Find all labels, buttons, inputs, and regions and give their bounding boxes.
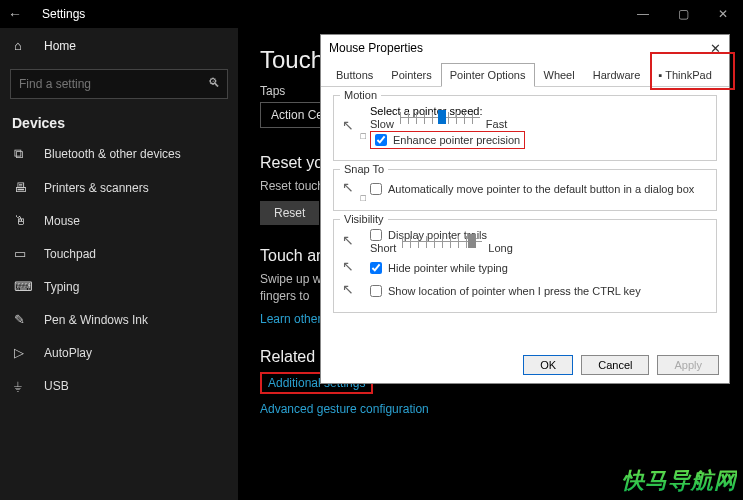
- snapto-group: Snap To Automatically move pointer to th…: [333, 169, 717, 211]
- sidebar-section-devices: Devices: [0, 105, 238, 137]
- trails-slider[interactable]: Short Long: [370, 241, 708, 255]
- dialog-title: Mouse Properties: [329, 41, 423, 56]
- sidebar-item-label: Bluetooth & other devices: [44, 147, 181, 161]
- reset-button[interactable]: Reset: [260, 201, 319, 225]
- settings-sidebar: ⌂ Home 🔍︎ Devices ⧉Bluetooth & other dev…: [0, 28, 238, 500]
- keyboard-icon: ⌨: [14, 279, 34, 294]
- back-button[interactable]: ←: [0, 6, 30, 22]
- usb-icon: ⏚: [14, 378, 34, 393]
- sidebar-item-label: USB: [44, 379, 69, 393]
- long-label: Long: [488, 242, 512, 254]
- tab-buttons[interactable]: Buttons: [327, 63, 382, 87]
- hide-typing-checkbox[interactable]: Hide pointer while typing: [370, 262, 508, 274]
- touchpad-icon: ▭: [14, 246, 34, 261]
- sidebar-home[interactable]: ⌂ Home: [0, 28, 238, 63]
- sidebar-item-bluetooth[interactable]: ⧉Bluetooth & other devices: [0, 137, 238, 171]
- sidebar-item-usb[interactable]: ⏚USB: [0, 369, 238, 402]
- sidebar-item-label: Mouse: [44, 214, 80, 228]
- dialog-tabs: Buttons Pointers Pointer Options Wheel H…: [321, 62, 729, 87]
- sidebar-item-mouse[interactable]: 🖱Mouse: [0, 204, 238, 237]
- bluetooth-icon: ⧉: [14, 146, 34, 162]
- pointer-speed-slider[interactable]: Slow Fast: [370, 117, 708, 131]
- ctrl-cursor-icon: [342, 281, 362, 301]
- ok-button[interactable]: OK: [523, 355, 573, 375]
- short-label: Short: [370, 242, 396, 254]
- minimize-button[interactable]: —: [623, 7, 663, 21]
- advanced-gesture-link[interactable]: Advanced gesture configuration: [260, 402, 721, 416]
- motion-title: Motion: [340, 89, 381, 101]
- sidebar-item-label: AutoPlay: [44, 346, 92, 360]
- sidebar-item-label: Touchpad: [44, 247, 96, 261]
- enhance-precision-checkbox[interactable]: Enhance pointer precision: [375, 134, 520, 146]
- sidebar-item-autoplay[interactable]: ▷AutoPlay: [0, 336, 238, 369]
- motion-cursor-icon: [342, 117, 362, 137]
- dialog-close-icon[interactable]: ✕: [710, 41, 721, 56]
- ctrl-checkbox[interactable]: Show location of pointer when I press th…: [370, 285, 641, 297]
- snapto-cursor-icon: [342, 179, 362, 199]
- search-input[interactable]: [10, 69, 228, 99]
- tab-thinkpad[interactable]: ▪ThinkPad: [649, 63, 720, 87]
- sidebar-item-label: Printers & scanners: [44, 181, 149, 195]
- snapto-checkbox[interactable]: Automatically move pointer to the defaul…: [370, 183, 708, 195]
- tab-wheel[interactable]: Wheel: [535, 63, 584, 87]
- pen-icon: ✎: [14, 312, 34, 327]
- sidebar-search[interactable]: 🔍︎: [10, 69, 228, 99]
- window-titlebar: ← Settings — ▢ ✕: [0, 0, 743, 28]
- visibility-title: Visibility: [340, 213, 388, 225]
- motion-group: Motion Select a pointer speed: Slow Fast…: [333, 95, 717, 161]
- slow-label: Slow: [370, 118, 394, 130]
- window-title: Settings: [42, 7, 85, 21]
- snapto-title: Snap To: [340, 163, 388, 175]
- mouse-properties-dialog: Mouse Properties ✕ Buttons Pointers Poin…: [320, 34, 730, 384]
- thinkpad-icon: ▪: [658, 69, 662, 81]
- sidebar-item-typing[interactable]: ⌨Typing: [0, 270, 238, 303]
- home-icon: ⌂: [14, 38, 34, 53]
- watermark: 快马导航网: [622, 466, 737, 496]
- sidebar-item-label: Pen & Windows Ink: [44, 313, 148, 327]
- sidebar-item-printers[interactable]: 🖶Printers & scanners: [0, 171, 238, 204]
- autoplay-icon: ▷: [14, 345, 34, 360]
- hide-cursor-icon: [342, 258, 362, 278]
- sidebar-home-label: Home: [44, 39, 76, 53]
- close-button[interactable]: ✕: [703, 7, 743, 21]
- tab-hardware[interactable]: Hardware: [584, 63, 650, 87]
- trails-cursor-icon: [342, 232, 362, 252]
- tab-pointers[interactable]: Pointers: [382, 63, 440, 87]
- sidebar-item-pen[interactable]: ✎Pen & Windows Ink: [0, 303, 238, 336]
- tab-pointer-options[interactable]: Pointer Options: [441, 63, 535, 87]
- visibility-group: Visibility Display pointer trails Short …: [333, 219, 717, 313]
- mouse-icon: 🖱: [14, 213, 34, 228]
- printer-icon: 🖶: [14, 180, 34, 195]
- apply-button[interactable]: Apply: [657, 355, 719, 375]
- sidebar-item-touchpad[interactable]: ▭Touchpad: [0, 237, 238, 270]
- fast-label: Fast: [486, 118, 507, 130]
- cancel-button[interactable]: Cancel: [581, 355, 649, 375]
- maximize-button[interactable]: ▢: [663, 7, 703, 21]
- enhance-highlight: Enhance pointer precision: [370, 131, 525, 149]
- sidebar-item-label: Typing: [44, 280, 79, 294]
- search-icon: 🔍︎: [208, 76, 220, 90]
